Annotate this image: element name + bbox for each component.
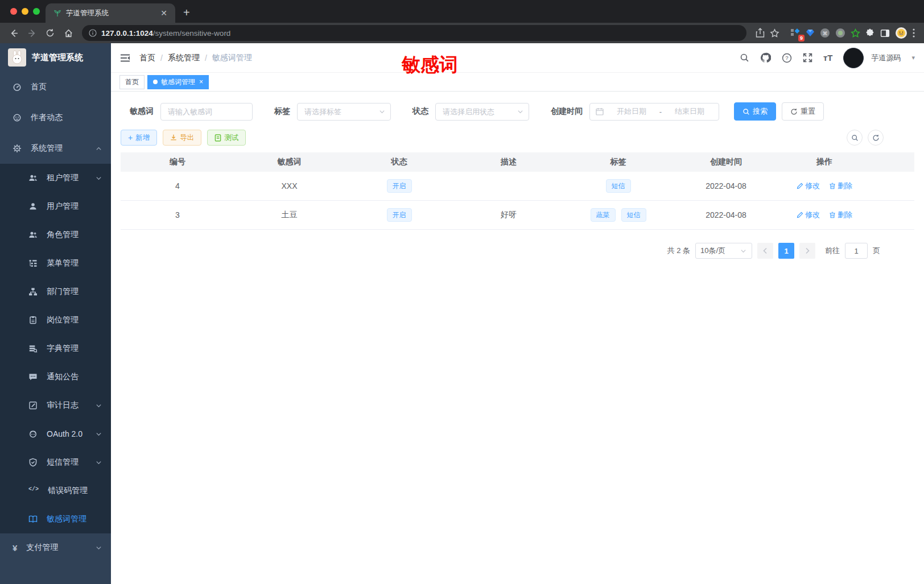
- page-size-select[interactable]: 10条/页: [695, 243, 752, 259]
- tags-view-tab-sensitive[interactable]: 敏感词管理 ×: [147, 75, 209, 89]
- tag-select[interactable]: [298, 103, 390, 120]
- edit-button[interactable]: 修改: [797, 210, 820, 220]
- cell-id: 4: [121, 181, 234, 190]
- sidebar-item-label: 角色管理: [47, 230, 102, 240]
- app-header: 首页 / 系统管理 / 敏感词管理 ? ᴛT 芋道源码 ▾: [111, 43, 924, 73]
- sidebar-item-user[interactable]: 用户管理: [0, 192, 111, 221]
- date-separator: -: [659, 107, 662, 116]
- sidebar: 芋道管理系统 首页 作者动态 系统管理 租户管理 用户管理: [0, 43, 111, 584]
- fullscreen-icon[interactable]: [803, 53, 812, 63]
- sidebar-item-errcode[interactable]: </> 错误码管理: [0, 477, 111, 505]
- status-badge[interactable]: 开启: [387, 208, 412, 222]
- tab-close-icon[interactable]: ✕: [158, 9, 170, 18]
- code-icon: </>: [28, 486, 39, 495]
- search-button[interactable]: 搜索: [734, 102, 776, 121]
- extensions-puzzle-icon[interactable]: [865, 28, 875, 38]
- breadcrumb-home[interactable]: 首页: [139, 53, 155, 63]
- font-size-icon[interactable]: ᴛT: [823, 53, 833, 62]
- extension-fehelper-icon[interactable]: 9: [790, 28, 801, 38]
- tree-list-icon: [28, 259, 38, 268]
- sidebar-item-home[interactable]: 首页: [0, 72, 111, 102]
- breadcrumb-system[interactable]: 系统管理: [168, 53, 200, 63]
- delete-button[interactable]: 删除: [829, 181, 852, 191]
- trash-icon: [829, 212, 836, 218]
- sidebar-item-author[interactable]: 作者动态: [0, 102, 111, 133]
- sidebar-item-dict[interactable]: 字典管理: [0, 334, 111, 363]
- help-icon[interactable]: ?: [782, 53, 792, 63]
- date-start-placeholder[interactable]: 开始日期: [608, 106, 655, 117]
- sidebar-item-post[interactable]: 岗位管理: [0, 306, 111, 334]
- sidebar-item-system[interactable]: 系统管理: [0, 133, 111, 164]
- side-panel-icon[interactable]: [880, 28, 890, 38]
- user-avatar[interactable]: [843, 48, 864, 68]
- add-button[interactable]: + 新增: [121, 130, 157, 146]
- toggle-search-icon[interactable]: [847, 130, 863, 146]
- extension-gem-icon[interactable]: [806, 28, 815, 38]
- browser-tab[interactable]: 芋道管理系统 ✕: [46, 3, 175, 23]
- extension-record-icon[interactable]: [835, 28, 845, 38]
- sidebar-item-sensitive-word[interactable]: 敏感词管理: [0, 505, 111, 533]
- sidebar-item-audit[interactable]: 审计日志: [0, 391, 111, 420]
- search-icon: [742, 108, 750, 115]
- delete-button[interactable]: 删除: [829, 210, 852, 220]
- extension-command-icon[interactable]: ⌘: [820, 28, 830, 38]
- caret-down-icon[interactable]: ▾: [911, 54, 915, 61]
- chevron-down-icon: [96, 545, 102, 551]
- sidebar-item-pay[interactable]: ¥ 支付管理: [0, 533, 111, 562]
- github-icon[interactable]: [760, 52, 771, 63]
- window-close-button[interactable]: [10, 8, 17, 15]
- col-header-actions: 操作: [779, 157, 870, 167]
- sidebar-item-tenant[interactable]: 租户管理: [0, 164, 111, 192]
- current-page-button[interactable]: 1: [778, 243, 794, 259]
- bookmark-star-icon[interactable]: [770, 28, 779, 38]
- search-icon[interactable]: [740, 53, 749, 63]
- window-zoom-button[interactable]: [33, 8, 40, 15]
- window-minimize-button[interactable]: [22, 8, 28, 15]
- back-icon[interactable]: [6, 25, 22, 41]
- extension-green-star-icon[interactable]: [851, 28, 860, 38]
- goto-page-input[interactable]: [845, 243, 868, 259]
- breadcrumb-separator: /: [205, 53, 207, 63]
- window-controls[interactable]: [10, 8, 40, 15]
- export-button[interactable]: 导出: [163, 130, 201, 146]
- delete-label: 删除: [838, 210, 852, 220]
- word-input[interactable]: [161, 103, 252, 120]
- share-icon[interactable]: [756, 28, 765, 38]
- site-info-icon[interactable]: [89, 29, 97, 37]
- menu-fold-icon[interactable]: [120, 53, 130, 63]
- sidebar-item-dept[interactable]: 部门管理: [0, 277, 111, 306]
- users-icon: [28, 173, 38, 183]
- edit-log-icon: [28, 401, 38, 410]
- status-select[interactable]: [436, 103, 529, 120]
- shield-check-icon: [28, 458, 38, 467]
- profile-avatar-icon[interactable]: [895, 27, 908, 39]
- roles-icon: [28, 230, 38, 239]
- sidebar-item-sms[interactable]: 短信管理: [0, 448, 111, 477]
- cell-word: 土豆: [234, 210, 344, 220]
- home-icon[interactable]: [60, 25, 76, 41]
- username[interactable]: 芋道源码: [871, 53, 901, 63]
- filter-word-label: 敏感词: [130, 106, 154, 117]
- edit-button[interactable]: 修改: [797, 181, 820, 191]
- sidebar-item-menu[interactable]: 菜单管理: [0, 249, 111, 277]
- new-tab-button[interactable]: +: [183, 6, 190, 23]
- sidebar-item-notice[interactable]: 通知公告: [0, 363, 111, 391]
- status-badge[interactable]: 开启: [387, 179, 412, 193]
- tags-view-tab-home[interactable]: 首页: [119, 75, 145, 89]
- next-page-button[interactable]: [799, 243, 815, 259]
- sidebar-item-role[interactable]: 角色管理: [0, 221, 111, 249]
- forward-icon[interactable]: [24, 25, 40, 41]
- table-row: 4 XXX 开启 短信 2022-04-08 修改: [121, 172, 914, 201]
- data-table: 编号 敏感词 状态 描述 标签 创建时间 操作 4 XXX 开启 短信: [121, 152, 914, 230]
- browser-menu-kebab-icon[interactable]: [913, 28, 915, 38]
- reset-button[interactable]: 重置: [782, 102, 824, 121]
- tab-close-icon[interactable]: ×: [199, 78, 203, 86]
- date-end-placeholder[interactable]: 结束日期: [666, 106, 713, 117]
- date-range-picker[interactable]: 开始日期 - 结束日期: [589, 103, 719, 121]
- sidebar-item-oauth[interactable]: OAuth 2.0: [0, 420, 111, 448]
- test-button[interactable]: 测试: [207, 130, 246, 146]
- prev-page-button[interactable]: [757, 243, 773, 259]
- reload-icon[interactable]: [42, 25, 58, 41]
- refresh-table-icon[interactable]: [868, 130, 884, 146]
- url-bar[interactable]: 127.0.0.1:1024/system/sensitive-word: [82, 25, 746, 41]
